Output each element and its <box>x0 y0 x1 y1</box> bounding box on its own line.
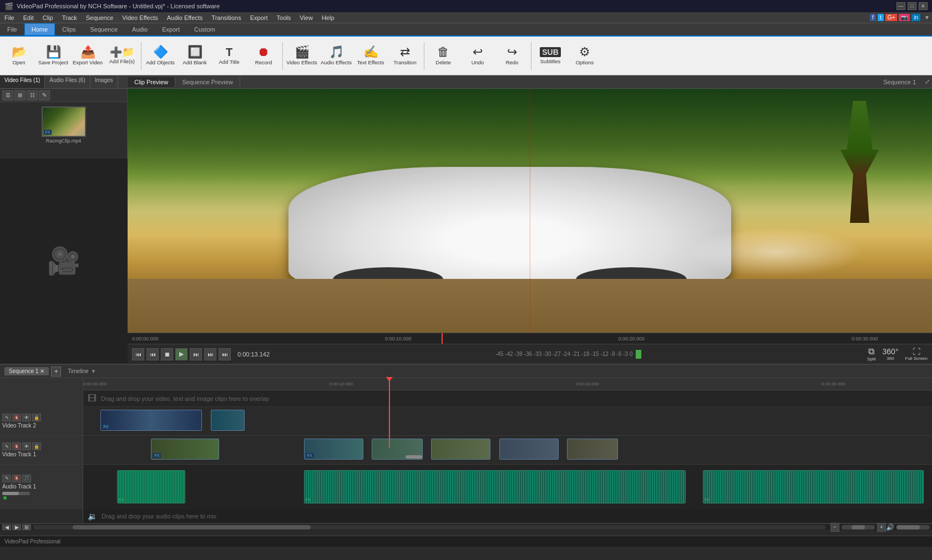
expand-preview-button[interactable]: ⤢ <box>925 78 930 85</box>
trim-handle[interactable] <box>406 455 422 459</box>
add-objects-button[interactable]: 🔷 Add Objects <box>144 39 177 73</box>
clip-item[interactable]: FX RacingClip.mp4 <box>4 106 123 144</box>
timeline-scrolltrack[interactable] <box>33 525 826 530</box>
add-title-button[interactable]: T Add Title <box>212 39 246 73</box>
menu-file[interactable]: File <box>0 13 19 22</box>
social-instagram[interactable]: 📷 <box>899 14 910 21</box>
audio-btn1[interactable]: ✎ <box>2 475 11 482</box>
audio-clip1[interactable]: FX <box>117 470 185 503</box>
tab-file[interactable]: File <box>0 23 24 35</box>
media-toolbar-btn2[interactable]: ⊞ <box>14 90 26 100</box>
text-effects-button[interactable]: ✍ Text Effects <box>354 39 387 73</box>
audio-effects-button[interactable]: 🎵 Audio Effects <box>320 39 353 73</box>
video-track1-clip1[interactable]: FX <box>151 439 219 460</box>
track1-btn4[interactable]: 🔒 <box>32 442 41 450</box>
audio-btn2[interactable]: 🔇 <box>12 475 21 482</box>
delete-button[interactable]: 🗑 Delete <box>427 39 460 73</box>
add-files-button[interactable]: ➕📁 Add File(s) <box>105 39 139 73</box>
tab-sequence-preview[interactable]: Sequence Preview <box>175 77 240 87</box>
next-button[interactable]: ⏭ <box>204 348 216 360</box>
social-facebook[interactable]: f <box>870 14 876 21</box>
tab-home[interactable]: Home <box>24 23 55 35</box>
close-button[interactable]: ✕ <box>919 2 928 10</box>
redo-button[interactable]: ↪ Redo <box>495 39 529 73</box>
goto-end-button[interactable]: ⏭ <box>219 348 231 360</box>
open-button[interactable]: 📂 Open <box>2 39 36 73</box>
tab-clips[interactable]: Clips <box>55 23 83 35</box>
track2-btn3[interactable]: 👁 <box>22 414 31 421</box>
video-track1-clip4[interactable] <box>431 439 490 460</box>
video-track-1-content[interactable]: FX FX <box>83 436 932 464</box>
social-google[interactable]: G+ <box>885 14 898 21</box>
split-view-button[interactable]: ⧉ Split <box>867 347 876 362</box>
video-track1-clip2[interactable]: FX <box>304 439 363 460</box>
record-button[interactable]: ⏺ Record <box>247 39 280 73</box>
menu-clip[interactable]: Clip <box>38 13 58 22</box>
add-blank-button[interactable]: 🔲 Add Blank <box>178 39 211 73</box>
video-effects-button[interactable]: 🎬 Video Effects <box>285 39 318 73</box>
social-linkedin[interactable]: in <box>911 14 920 21</box>
timeline-scrollthumb[interactable] <box>73 525 311 530</box>
scroll-left-button[interactable]: ◀ <box>2 525 11 530</box>
media-toolbar-btn3[interactable]: ☷ <box>27 90 38 100</box>
save-project-button[interactable]: 💾 Save Project <box>37 39 70 73</box>
tab-sequence[interactable]: Sequence <box>83 23 125 35</box>
audio-clip2[interactable]: FX <box>304 470 686 503</box>
media-tab-images[interactable]: Images <box>90 75 118 88</box>
add-sequence-button[interactable]: + <box>51 366 61 376</box>
next-frame-button[interactable]: ⏭ <box>190 348 202 360</box>
media-toolbar-btn1[interactable]: ☰ <box>2 90 13 100</box>
goto-start-button[interactable]: ⏮ <box>132 348 144 360</box>
audio-track-1-content[interactable]: FX FX FX <box>83 465 932 509</box>
subtitles-button[interactable]: SUB Subtitles <box>534 39 567 73</box>
zoom-in-button[interactable]: + <box>877 523 886 532</box>
video-track1-clip6[interactable] <box>567 439 618 460</box>
media-tab-audio[interactable]: Audio Files (6) <box>45 75 90 88</box>
export-video-button[interactable]: 📤 Export Video <box>71 39 104 73</box>
transition-button[interactable]: ⇄ Transition <box>388 39 422 73</box>
media-toolbar-btn4[interactable]: ✎ <box>39 90 50 100</box>
media-tab-video[interactable]: Video Files (1) <box>0 75 45 88</box>
video-track2-clip1[interactable]: FX <box>100 410 202 431</box>
maximize-button[interactable]: □ <box>908 2 916 10</box>
social-more[interactable]: ▼ <box>924 14 930 21</box>
menu-video-effects[interactable]: Video Effects <box>118 13 162 22</box>
menu-edit[interactable]: Edit <box>19 13 38 22</box>
tab-audio[interactable]: Audio <box>125 23 155 35</box>
tab-custom[interactable]: Custom <box>187 23 222 35</box>
zoom-slider-track[interactable] <box>842 525 875 530</box>
menu-track[interactable]: Track <box>58 13 82 22</box>
prev-frame-button[interactable]: ⏮ <box>146 348 159 360</box>
audio-btn3[interactable]: 🎵 <box>22 475 31 482</box>
menu-help[interactable]: Help <box>317 13 339 22</box>
play-button[interactable]: ▶ <box>175 348 188 360</box>
sequence-tab[interactable]: Sequence 1 ✕ <box>4 367 49 375</box>
track1-btn3[interactable]: 👁 <box>22 442 31 450</box>
track2-btn1[interactable]: ✎ <box>2 414 11 421</box>
menu-transitions[interactable]: Transitions <box>207 13 245 22</box>
timeline-dropdown[interactable]: ▼ <box>91 368 97 374</box>
scroll-right-button[interactable]: ▶ <box>12 525 21 530</box>
menu-view[interactable]: View <box>295 13 317 22</box>
track2-btn4[interactable]: 🔒 <box>32 414 41 421</box>
track2-btn2[interactable]: 🔇 <box>12 414 21 421</box>
stop-button[interactable]: ⏹ <box>161 348 173 360</box>
audio-clip3[interactable]: FX <box>703 470 924 503</box>
track1-btn2[interactable]: 🔇 <box>12 442 21 450</box>
menu-tools[interactable]: Tools <box>272 13 296 22</box>
fit-timeline-button[interactable]: ⊞ <box>22 525 31 530</box>
tab-clip-preview[interactable]: Clip Preview <box>128 77 175 87</box>
fullscreen-button[interactable]: ⛶ Full Screen <box>905 347 928 361</box>
video-track2-clip2[interactable] <box>211 410 245 431</box>
master-volume-slider[interactable] <box>896 525 930 530</box>
tab-export[interactable]: Export <box>155 23 187 35</box>
view-360-button[interactable]: 360° 360 <box>883 347 899 361</box>
video-track-2-content[interactable]: FX <box>83 407 932 435</box>
undo-button[interactable]: ↩ Undo <box>461 39 494 73</box>
zoom-out-button[interactable]: − <box>830 523 839 532</box>
social-twitter[interactable]: t <box>878 14 884 21</box>
minimize-button[interactable]: — <box>896 2 905 10</box>
menu-sequence[interactable]: Sequence <box>82 13 118 22</box>
audio-volume-slider[interactable] <box>2 492 30 495</box>
menu-audio-effects[interactable]: Audio Effects <box>163 13 207 22</box>
